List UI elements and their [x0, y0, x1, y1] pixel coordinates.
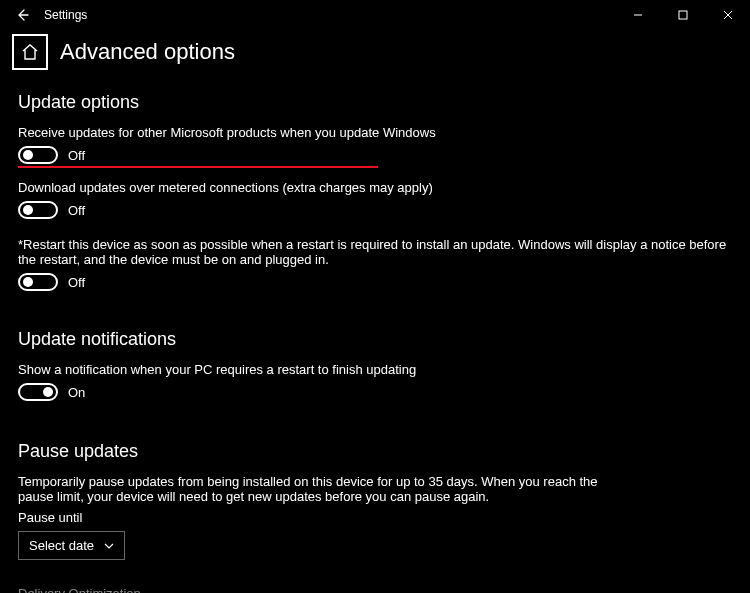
section-title-update-options: Update options [18, 92, 732, 113]
pause-date-select[interactable]: Select date [18, 531, 125, 560]
option-receive-updates: Receive updates for other Microsoft prod… [18, 125, 732, 164]
titlebar: Settings [0, 0, 750, 30]
highlight-underline [18, 166, 378, 168]
toggle-restart-asap[interactable] [18, 273, 58, 291]
page-title: Advanced options [60, 39, 235, 65]
toggle-state: On [68, 385, 85, 400]
back-button[interactable] [8, 1, 36, 29]
toggle-receive-updates[interactable] [18, 146, 58, 164]
pause-until-label: Pause until [18, 510, 732, 525]
close-button[interactable] [705, 0, 750, 30]
toggle-state: Off [68, 148, 85, 163]
select-value: Select date [29, 538, 94, 553]
toggle-metered[interactable] [18, 201, 58, 219]
content-area: Update options Receive updates for other… [0, 70, 750, 593]
window-controls [615, 0, 750, 30]
section-pause-updates: Pause updates Temporarily pause updates … [18, 441, 732, 560]
home-icon [21, 43, 39, 61]
link-delivery-optimization[interactable]: Delivery Optimization [18, 586, 732, 593]
close-icon [723, 10, 733, 20]
home-button[interactable] [12, 34, 48, 70]
pause-description: Temporarily pause updates from being ins… [18, 474, 598, 504]
arrow-left-icon [15, 8, 29, 22]
page-header: Advanced options [0, 30, 750, 70]
option-label: Download updates over metered connection… [18, 180, 732, 195]
toggle-notification[interactable] [18, 383, 58, 401]
minimize-icon [633, 10, 643, 20]
app-title: Settings [44, 8, 87, 22]
chevron-down-icon [104, 543, 114, 549]
option-notification: Show a notification when your PC require… [18, 362, 732, 401]
section-title-notifications: Update notifications [18, 329, 732, 350]
toggle-state: Off [68, 275, 85, 290]
section-update-notifications: Update notifications Show a notification… [18, 329, 732, 401]
toggle-state: Off [68, 203, 85, 218]
svg-rect-0 [679, 11, 687, 19]
option-label: *Restart this device as soon as possible… [18, 237, 732, 267]
option-label: Show a notification when your PC require… [18, 362, 732, 377]
section-title-pause: Pause updates [18, 441, 732, 462]
maximize-icon [678, 10, 688, 20]
option-metered: Download updates over metered connection… [18, 180, 732, 219]
maximize-button[interactable] [660, 0, 705, 30]
option-label: Receive updates for other Microsoft prod… [18, 125, 732, 140]
minimize-button[interactable] [615, 0, 660, 30]
option-restart-asap: *Restart this device as soon as possible… [18, 237, 732, 291]
